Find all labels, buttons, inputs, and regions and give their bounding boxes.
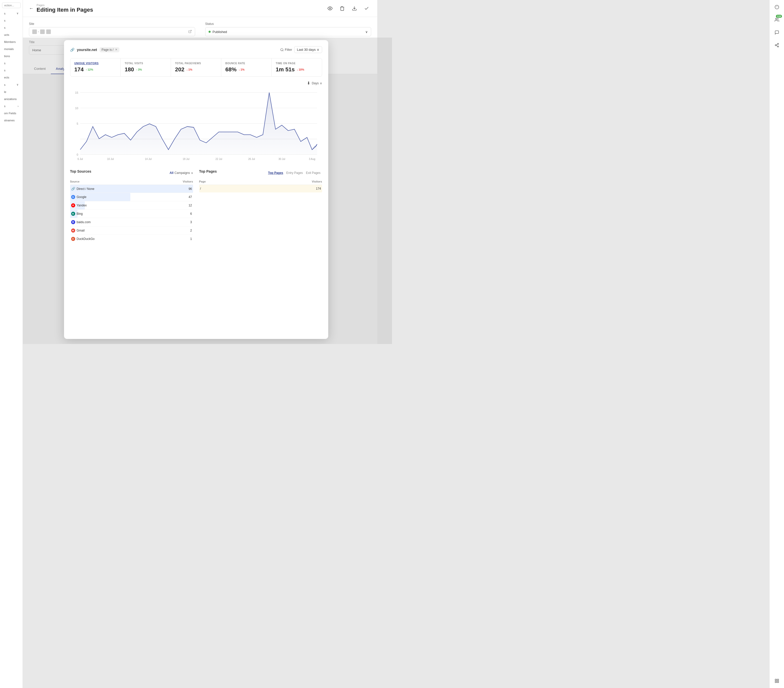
svg-text:10 Jul: 10 Jul bbox=[107, 158, 114, 161]
sidebar-item-s10[interactable]: s ∨ bbox=[2, 82, 21, 88]
source-visitors-duckduckgo: 1 bbox=[190, 237, 192, 241]
page-filter-tag: Page is / ✕ bbox=[100, 47, 119, 52]
tab-top-pages[interactable]: Top Pages bbox=[267, 171, 285, 175]
delete-button[interactable] bbox=[338, 4, 347, 13]
sidebar-item-s13[interactable]: s › bbox=[2, 103, 21, 109]
filter-button[interactable]: Filter bbox=[280, 48, 292, 51]
logo-square-1 bbox=[32, 30, 37, 34]
top-pages-header: Top Pages Top Pages Entry Pages Exit Pag… bbox=[199, 169, 322, 176]
stat-change-bounce-rate: ↓ 1% bbox=[239, 68, 244, 71]
campaigns-chevron-icon[interactable]: ∨ bbox=[191, 171, 193, 175]
date-range-select[interactable]: Last 30 days ∨ bbox=[294, 46, 322, 53]
sidebar-item-members[interactable]: Members bbox=[2, 39, 21, 45]
sidebar-item-ects[interactable]: ects bbox=[2, 74, 21, 80]
top-pages-panel: Top Pages Top Pages Entry Pages Exit Pag… bbox=[199, 169, 322, 243]
page-filter-text: Page is / bbox=[102, 48, 114, 51]
status-select[interactable]: Published ∨ bbox=[205, 27, 371, 36]
chart-svg: 15 10 5 0 bbox=[70, 87, 322, 163]
sidebar-item-s8[interactable]: s bbox=[2, 67, 21, 73]
all-link[interactable]: All bbox=[170, 171, 173, 175]
stat-label-bounce-rate: BOUNCE RATE bbox=[226, 62, 267, 65]
top-sources-title: Top Sources bbox=[70, 169, 91, 173]
sidebar-item-testimonials[interactable]: monials bbox=[2, 46, 21, 52]
top-sources-header: Top Sources All Campaigns ∨ bbox=[70, 169, 193, 176]
analytics-modal: 🔗 yoursite.net Page is / ✕ Filter Last 3… bbox=[64, 40, 328, 339]
source-row-direct: 🔗 Direct / None 96 bbox=[70, 185, 193, 193]
sidebar-item-s7[interactable]: s bbox=[2, 60, 21, 66]
tab-exit-pages[interactable]: Exit Pages bbox=[304, 171, 322, 175]
preview-button[interactable] bbox=[325, 4, 334, 13]
svg-line-17 bbox=[283, 50, 283, 51]
logo-square-3 bbox=[46, 30, 51, 34]
pages-table-header: Page Visitors bbox=[199, 179, 322, 185]
site-input[interactable]: • bbox=[29, 27, 195, 36]
left-sidebar: s ∨ s s ucts Members monials tions s s e… bbox=[0, 0, 23, 344]
google-icon: G bbox=[71, 195, 75, 199]
tab-entry-pages[interactable]: Entry Pages bbox=[285, 171, 304, 175]
analytics-overlay: 🔗 yoursite.net Page is / ✕ Filter Last 3… bbox=[0, 38, 392, 344]
stat-value-row-4: 1m 51s ↓ 10% bbox=[276, 66, 318, 73]
source-visitors-bing: 6 bbox=[190, 212, 192, 215]
stat-total-visits[interactable]: TOTAL VISITS 180 ↑ 3% bbox=[121, 58, 171, 76]
source-name-gmail: M Gmail bbox=[71, 228, 85, 233]
days-select[interactable]: Days ∨ bbox=[312, 81, 322, 85]
date-range-chevron-icon: ∨ bbox=[317, 48, 320, 51]
source-name-duckduckgo: D DuckDuckGo bbox=[71, 237, 95, 241]
top-pages-title: Top Pages bbox=[199, 169, 217, 173]
chart-controls: ⬇ Days ∨ bbox=[70, 81, 322, 85]
back-button[interactable]: ← bbox=[29, 6, 33, 11]
stat-time-on-page[interactable]: TIME ON PAGE 1m 51s ↓ 10% bbox=[272, 58, 322, 76]
svg-text:3 Aug: 3 Aug bbox=[309, 158, 315, 161]
site-name: yoursite.net bbox=[77, 48, 97, 52]
site-field: Site • bbox=[29, 22, 195, 36]
source-visitors-direct: 96 bbox=[188, 187, 192, 190]
stat-unique-visitors[interactable]: UNIQUE VISITORS 174 ↑ 12% bbox=[70, 58, 121, 76]
stat-bounce-rate[interactable]: BOUNCE RATE 68% ↓ 1% bbox=[221, 58, 272, 76]
filter-close-button[interactable]: ✕ bbox=[115, 48, 117, 51]
source-name-yandex: Я Yandex bbox=[71, 204, 87, 207]
sidebar-item-hostnames[interactable]: stnames bbox=[2, 117, 21, 123]
stat-label-unique-visitors: UNIQUE VISITORS bbox=[74, 62, 116, 65]
sidebar-item-s1[interactable]: s ∨ bbox=[2, 10, 21, 16]
sidebar-search[interactable] bbox=[2, 3, 21, 8]
source-name-bing: B Bing bbox=[71, 212, 83, 216]
breadcrumb: Pages bbox=[36, 3, 93, 7]
main-content: ← Pages Editing Item in Pages Sit bbox=[23, 0, 377, 344]
svg-text:30 Jul: 30 Jul bbox=[278, 158, 285, 161]
bing-icon: B bbox=[71, 212, 75, 216]
page-title: Editing Item in Pages bbox=[36, 7, 93, 13]
analytics-header: 🔗 yoursite.net Page is / ✕ Filter Last 3… bbox=[70, 46, 322, 53]
baidu-icon: 百 bbox=[71, 220, 75, 224]
download-icon[interactable]: ⬇ bbox=[307, 81, 310, 85]
sidebar-item-s3[interactable]: s bbox=[2, 25, 21, 31]
days-chevron-icon: ∨ bbox=[320, 82, 322, 85]
sidebar-item-tions[interactable]: tions bbox=[2, 53, 21, 59]
svg-text:10: 10 bbox=[75, 107, 78, 109]
source-name-direct: 🔗 Direct / None bbox=[71, 187, 94, 190]
sidebar-item-s2[interactable]: s bbox=[2, 18, 21, 24]
date-range-value: Last 30 days bbox=[297, 48, 316, 51]
source-name-baidu: 百 baidu.com bbox=[71, 220, 91, 224]
sidebar-item-le[interactable]: le bbox=[2, 89, 21, 95]
stat-label-time-on-page: TIME ON PAGE bbox=[276, 62, 318, 65]
sidebar-item-organizations[interactable]: anizations bbox=[2, 96, 21, 102]
yandex-icon: Я bbox=[71, 204, 75, 207]
save-button[interactable] bbox=[362, 4, 371, 13]
page-row-root: / 174 bbox=[199, 185, 322, 192]
source-visitors-gmail: 2 bbox=[190, 229, 192, 232]
svg-line-15 bbox=[189, 30, 191, 31]
svg-text:14 Jul: 14 Jul bbox=[145, 158, 152, 161]
stat-total-pageviews[interactable]: TOTAL PAGEVIEWS 202 ↓ 1% bbox=[171, 58, 221, 76]
site-separator: • bbox=[38, 30, 39, 34]
site-external-link-icon[interactable] bbox=[188, 30, 192, 34]
page-header-left: ← Pages Editing Item in Pages bbox=[29, 3, 93, 13]
page-visitors-root: 174 bbox=[316, 187, 321, 190]
stat-change-unique-visitors: ↑ 12% bbox=[86, 68, 93, 71]
svg-text:15: 15 bbox=[75, 91, 78, 94]
sidebar-item-custom-fields[interactable]: om Fields bbox=[2, 110, 21, 116]
status-display: Published bbox=[209, 30, 227, 34]
site-logo: • bbox=[32, 30, 51, 34]
export-button[interactable] bbox=[350, 4, 359, 13]
sidebar-item-products[interactable]: ucts bbox=[2, 32, 21, 38]
stat-value-row-0: 174 ↑ 12% bbox=[74, 66, 116, 73]
